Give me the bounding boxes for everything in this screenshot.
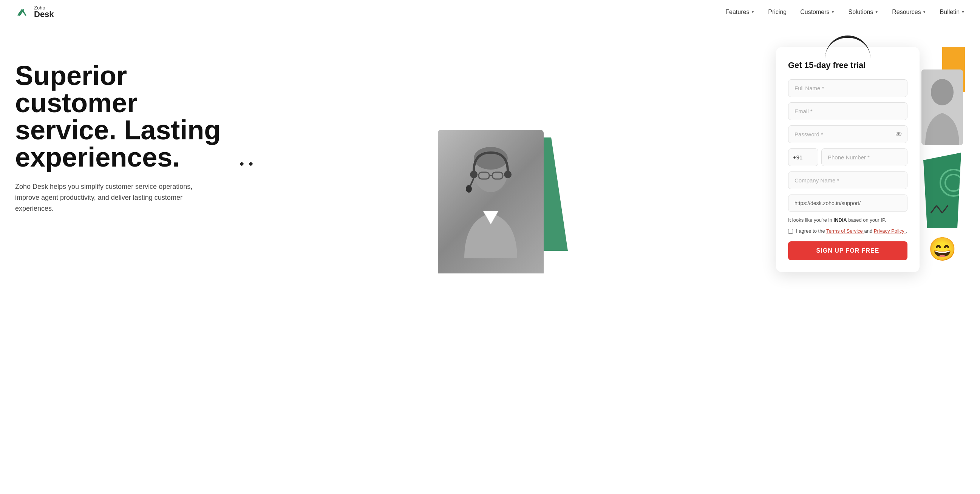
svg-point-11 bbox=[931, 79, 953, 105]
chevron-down-icon: ▼ bbox=[961, 10, 965, 14]
card-arc-decoration bbox=[825, 35, 870, 58]
chevron-down-icon: ▼ bbox=[831, 10, 835, 14]
terms-checkbox[interactable] bbox=[788, 229, 793, 234]
svg-point-12 bbox=[940, 170, 961, 196]
nav-links: Features ▼ Pricing Customers ▼ Solutions… bbox=[725, 9, 965, 16]
nav-features[interactable]: Features ▼ bbox=[725, 9, 754, 16]
nav-resources[interactable]: Resources ▼ bbox=[892, 9, 926, 16]
chevron-down-icon: ▼ bbox=[875, 10, 878, 14]
phone-number-input[interactable] bbox=[821, 148, 907, 166]
phone-field bbox=[788, 148, 907, 166]
mark-2 bbox=[249, 162, 253, 166]
man-photo bbox=[921, 70, 963, 145]
zoho-desk-logo-icon bbox=[15, 5, 30, 20]
svg-point-13 bbox=[945, 175, 961, 191]
terms-text: I agree to the bbox=[796, 228, 825, 234]
chevron-down-icon: ▼ bbox=[751, 10, 754, 14]
password-input[interactable] bbox=[788, 125, 907, 143]
fullname-input[interactable] bbox=[788, 79, 907, 97]
chevron-down-icon: ▼ bbox=[923, 10, 926, 14]
nav-customers[interactable]: Customers ▼ bbox=[800, 9, 835, 16]
form-title: Get 15-day free trial bbox=[788, 60, 907, 70]
company-field bbox=[788, 172, 907, 189]
password-field: 👁 bbox=[788, 125, 907, 143]
terms-row: I agree to the Terms of Service and Priv… bbox=[788, 228, 907, 234]
url-input[interactable] bbox=[788, 194, 907, 212]
terms-of-service-link[interactable]: Terms of Service bbox=[826, 228, 864, 234]
india-bold: INDIA bbox=[834, 217, 846, 223]
privacy-policy-link[interactable]: Privacy Policy bbox=[874, 228, 906, 234]
hero-center bbox=[227, 47, 776, 273]
phone-prefix-input[interactable] bbox=[788, 148, 818, 166]
nav-pricing[interactable]: Pricing bbox=[768, 9, 787, 16]
agent-svg bbox=[453, 145, 528, 258]
man-svg bbox=[921, 70, 963, 145]
logo-link[interactable]: Zoho Desk bbox=[15, 5, 54, 20]
svg-line-8 bbox=[470, 178, 474, 187]
signup-form-card: Get 15-day free trial 👁 It looks like yo… bbox=[776, 47, 920, 272]
svg-point-5 bbox=[474, 147, 508, 170]
url-field bbox=[788, 194, 907, 212]
svg-rect-0 bbox=[15, 5, 30, 20]
company-input[interactable] bbox=[788, 172, 907, 189]
agent-placeholder bbox=[438, 130, 544, 273]
hero-section: Superior customer service. Lasting exper… bbox=[0, 24, 980, 494]
fullname-field bbox=[788, 79, 907, 97]
nav-bulletin[interactable]: Bulletin ▼ bbox=[940, 9, 965, 16]
green-blob-svg bbox=[923, 152, 961, 228]
svg-point-9 bbox=[466, 185, 472, 192]
hero-subtext: Zoho Desk helps you simplify customer se… bbox=[15, 181, 196, 214]
nav-solutions[interactable]: Solutions ▼ bbox=[848, 9, 878, 16]
email-field bbox=[788, 102, 907, 120]
svg-point-6 bbox=[470, 171, 477, 178]
hero-right-decorations: 😄 bbox=[920, 47, 965, 262]
agent-image bbox=[438, 130, 544, 273]
signup-button[interactable]: SIGN UP FOR FREE bbox=[788, 241, 907, 260]
eye-icon[interactable]: 👁 bbox=[896, 130, 902, 138]
hero-left: Superior customer service. Lasting exper… bbox=[15, 47, 227, 214]
logo-desk-text: Desk bbox=[34, 10, 54, 19]
email-input[interactable] bbox=[788, 102, 907, 120]
navbar: Zoho Desk Features ▼ Pricing Customers ▼… bbox=[0, 0, 980, 24]
decorative-marks bbox=[238, 160, 255, 169]
hero-headline: Superior customer service. Lasting exper… bbox=[15, 62, 227, 171]
emoji-smiley: 😄 bbox=[928, 236, 956, 262]
india-note: It looks like you're in INDIA based on y… bbox=[788, 217, 907, 223]
svg-point-7 bbox=[504, 171, 512, 178]
mark-1 bbox=[240, 162, 244, 166]
green-blob bbox=[923, 152, 961, 228]
